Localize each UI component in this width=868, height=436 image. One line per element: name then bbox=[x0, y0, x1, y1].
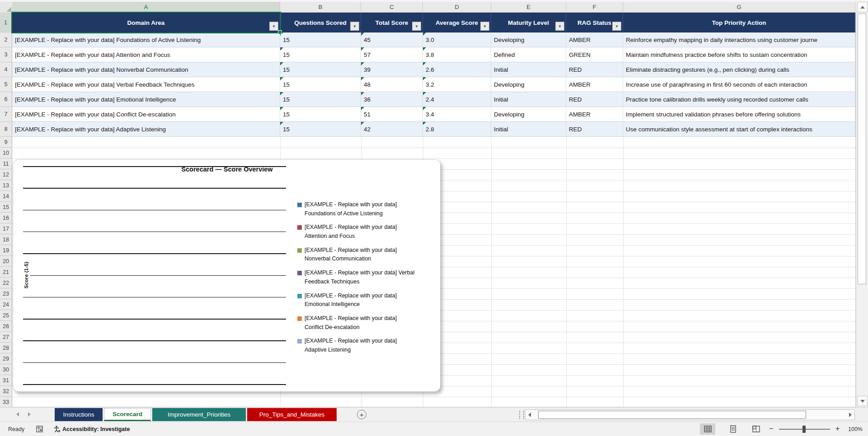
row-header-14[interactable]: 14 bbox=[0, 191, 12, 202]
row-header-2[interactable]: 2 bbox=[0, 32, 12, 47]
cell-average-row7[interactable]: 3.4 bbox=[423, 107, 491, 122]
row-header-21[interactable]: 21 bbox=[0, 267, 12, 278]
filter-dropdown-3[interactable]: ▼ bbox=[480, 22, 489, 31]
row-header-6[interactable]: 6 bbox=[0, 92, 12, 107]
cell-maturity-row7[interactable]: Developing bbox=[491, 107, 566, 122]
row-header-5[interactable]: 5 bbox=[0, 77, 12, 92]
tab-scroll-splitter[interactable] bbox=[519, 411, 524, 419]
cell-rag-row4[interactable]: RED bbox=[566, 62, 623, 77]
row-header-3[interactable]: 3 bbox=[0, 47, 12, 62]
cell-maturity-row8[interactable]: Initial bbox=[491, 122, 566, 137]
cell-total-row6[interactable]: 36 bbox=[361, 92, 423, 107]
column-header-G[interactable]: G bbox=[623, 2, 855, 13]
row-header-26[interactable]: 26 bbox=[0, 321, 12, 332]
column-header-B[interactable]: B bbox=[280, 2, 361, 13]
vertical-scroll-thumb[interactable] bbox=[858, 14, 866, 284]
cell-domain-row8[interactable]: [EXAMPLE - Replace with your data] Adapt… bbox=[12, 122, 280, 137]
row-header-22[interactable]: 22 bbox=[0, 278, 12, 288]
cell-maturity-row4[interactable]: Initial bbox=[491, 62, 566, 77]
row-header-20[interactable]: 20 bbox=[0, 256, 12, 267]
cell-average-row3[interactable]: 3.8 bbox=[423, 47, 491, 62]
scroll-down-button[interactable] bbox=[857, 396, 868, 406]
row-header-1[interactable]: 1 bbox=[0, 13, 12, 32]
row-header-24[interactable]: 24 bbox=[0, 299, 12, 310]
row-header-15[interactable]: 15 bbox=[0, 202, 12, 213]
cell-maturity-row5[interactable]: Developing bbox=[491, 77, 566, 92]
cell-total-row5[interactable]: 48 bbox=[361, 77, 423, 92]
table-header-6[interactable]: Top Priority Action bbox=[623, 13, 855, 32]
filter-dropdown-5[interactable]: ▼ bbox=[612, 22, 621, 31]
row-header-13[interactable]: 13 bbox=[0, 180, 12, 191]
tab-nav-next-button[interactable] bbox=[28, 412, 31, 417]
row-header-29[interactable]: 29 bbox=[0, 353, 12, 364]
horizontal-scrollbar[interactable] bbox=[525, 409, 855, 420]
sheet-tab-scorecard[interactable]: Scorecard bbox=[104, 408, 151, 421]
cell-rag-row7[interactable]: AMBER bbox=[566, 107, 623, 122]
cell-average-row4[interactable]: 2.6 bbox=[423, 62, 491, 77]
cell-total-row7[interactable]: 51 bbox=[361, 107, 423, 122]
row-header-25[interactable]: 25 bbox=[0, 310, 12, 321]
cell-maturity-row3[interactable]: Defined bbox=[491, 47, 566, 62]
horizontal-scroll-thumb[interactable] bbox=[538, 411, 806, 419]
column-header-C[interactable]: C bbox=[361, 2, 423, 13]
score-overview-chart[interactable]: Scorecard — Score Overview Score (1-5) [… bbox=[13, 159, 441, 392]
cell-domain-row6[interactable]: [EXAMPLE - Replace with your data] Emoti… bbox=[12, 92, 280, 107]
cell-questions-row5[interactable]: 15 bbox=[280, 77, 361, 92]
filter-dropdown-1[interactable]: ▼ bbox=[350, 22, 359, 31]
cell-rag-row5[interactable]: AMBER bbox=[566, 77, 623, 92]
vertical-scrollbar[interactable] bbox=[856, 2, 868, 407]
row-header-33[interactable]: 33 bbox=[0, 397, 12, 408]
table-header-0[interactable]: Domain Area bbox=[12, 13, 280, 32]
cell-total-row8[interactable]: 42 bbox=[361, 122, 423, 137]
cell-average-row5[interactable]: 3.2 bbox=[423, 77, 491, 92]
row-header-9[interactable]: 9 bbox=[0, 137, 12, 148]
cell-average-row6[interactable]: 2.4 bbox=[423, 92, 491, 107]
cell-domain-row7[interactable]: [EXAMPLE - Replace with your data] Confl… bbox=[12, 107, 280, 122]
sheet-tab-pro_tips_and_mistakes[interactable]: Pro_Tips_and_Mistakes bbox=[247, 408, 337, 421]
row-header-32[interactable]: 32 bbox=[0, 386, 12, 397]
legend-entry-2[interactable]: [EXAMPLE - Replace with your data]Nonver… bbox=[297, 246, 440, 264]
legend-entry-3[interactable]: [EXAMPLE - Replace with your data] Verba… bbox=[297, 269, 440, 286]
cell-action-row4[interactable]: Eliminate distracting gestures (e.g., pe… bbox=[623, 62, 855, 77]
cell-action-row7[interactable]: Implement structured validation phrases … bbox=[623, 107, 855, 122]
sheet-tab-improvement_priorities[interactable]: Improvement_Priorities bbox=[152, 408, 246, 421]
zoom-out-button[interactable]: − bbox=[769, 425, 773, 433]
cell-action-row6[interactable]: Practice tone calibration drills weekly … bbox=[623, 92, 855, 107]
row-header-31[interactable]: 31 bbox=[0, 375, 12, 386]
row-header-28[interactable]: 28 bbox=[0, 343, 12, 353]
cell-total-row4[interactable]: 39 bbox=[361, 62, 423, 77]
cell-action-row2[interactable]: Reinforce empathy mapping in daily inter… bbox=[623, 32, 855, 47]
row-header-4[interactable]: 4 bbox=[0, 62, 12, 77]
cell-questions-row6[interactable]: 15 bbox=[280, 92, 361, 107]
row-header-27[interactable]: 27 bbox=[0, 332, 12, 343]
cell-questions-row2[interactable]: 15 bbox=[280, 32, 361, 47]
page-break-preview-button[interactable] bbox=[748, 423, 764, 435]
scroll-right-button[interactable] bbox=[849, 413, 852, 417]
sheet-tab-instructions[interactable]: Instructions bbox=[55, 408, 103, 421]
cell-questions-row8[interactable]: 15 bbox=[280, 122, 361, 137]
row-header-18[interactable]: 18 bbox=[0, 234, 12, 245]
fill-handle[interactable] bbox=[278, 30, 282, 34]
normal-view-button[interactable] bbox=[700, 423, 715, 435]
select-all-button[interactable] bbox=[0, 2, 13, 13]
cell-total-row2[interactable]: 45 bbox=[361, 32, 423, 47]
row-header-16[interactable]: 16 bbox=[0, 213, 12, 223]
cell-rag-row8[interactable]: RED bbox=[566, 122, 623, 137]
accessibility-icon[interactable] bbox=[53, 422, 61, 436]
filter-dropdown-2[interactable]: ▼ bbox=[412, 22, 421, 31]
cell-maturity-row2[interactable]: Developing bbox=[491, 32, 566, 47]
column-header-A[interactable]: A bbox=[12, 2, 280, 13]
cell-domain-row5[interactable]: [EXAMPLE - Replace with your data] Verba… bbox=[12, 77, 280, 92]
cell-rag-row6[interactable]: RED bbox=[566, 92, 623, 107]
row-header-7[interactable]: 7 bbox=[0, 107, 12, 122]
accessibility-status-label[interactable]: Accessibility: Investigate bbox=[62, 422, 130, 436]
row-header-23[interactable]: 23 bbox=[0, 288, 12, 299]
column-header-E[interactable]: E bbox=[491, 2, 566, 13]
cell-rag-row2[interactable]: AMBER bbox=[566, 32, 623, 47]
cell-total-row3[interactable]: 57 bbox=[361, 47, 423, 62]
table-header-1[interactable]: Questions Scored bbox=[280, 13, 361, 32]
scroll-left-button[interactable] bbox=[528, 413, 531, 417]
page-layout-view-button[interactable] bbox=[725, 423, 741, 435]
new-sheet-button[interactable]: + bbox=[357, 410, 366, 419]
zoom-slider-thumb[interactable] bbox=[802, 426, 806, 433]
